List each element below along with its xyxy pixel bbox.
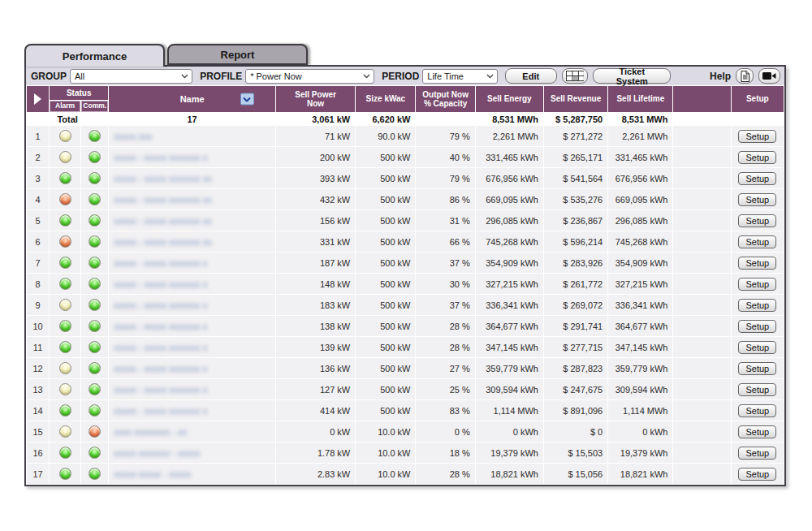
setup-button[interactable]: Setup (738, 425, 776, 438)
sell-revenue-cell: $ 596,214 (544, 231, 607, 252)
site-name-link[interactable]: xxxxx xxx (114, 132, 152, 141)
sell-energy-cell: 327,215 kWh (476, 274, 543, 294)
size-cell: 500 kW (356, 210, 415, 231)
profile-select[interactable]: * Power Now (245, 69, 374, 84)
site-name-cell: xxxxx - xxxxx xxxxxxx xx (109, 210, 275, 231)
site-name-cell: xxxxx - xxxxx xxxxxxx x (109, 337, 275, 357)
total-sell-revenue: $ 5,287,750 (544, 113, 607, 125)
row-number: 11 (27, 337, 49, 357)
chevron-down-icon (363, 74, 370, 79)
alarm-led-green (59, 214, 71, 227)
alarm-led-green (59, 172, 71, 184)
comm-led-green (89, 383, 101, 395)
tab-bar: Performance Report (24, 44, 786, 65)
sell-energy-cell: 2,261 MWh (476, 126, 543, 146)
site-name-link[interactable]: xxxxx - xxxxx xxxxxxx x (114, 364, 207, 373)
tab-report[interactable]: Report (167, 44, 308, 65)
edit-button[interactable]: Edit (505, 68, 557, 84)
comm-led-green (89, 130, 101, 142)
table-row: 5xxxxx - xxxxx xxxxxxx xx156 kW500 kW31 … (27, 210, 784, 231)
site-name-cell: xxxxx - xxxxx xxxxxxx xx (109, 231, 275, 252)
sell-energy-cell: 336,341 kWh (476, 295, 543, 315)
site-name-link[interactable]: xxxxx - xxxxx xxxxxxx x (114, 406, 207, 416)
setup-button[interactable]: Setup (738, 172, 776, 185)
period-select[interactable]: Life Time (422, 69, 498, 84)
output-cell: 28 % (416, 337, 474, 357)
sell-power-cell: 127 kW (276, 379, 355, 399)
site-name-link[interactable]: xxxxx - xxxxx xxxxxxx x (114, 343, 207, 352)
alarm-status-cell (50, 168, 80, 188)
alarm-status-cell (50, 316, 80, 336)
setup-button[interactable]: Setup (738, 447, 776, 460)
size-cell: 10.0 kW (356, 442, 415, 463)
site-name-link[interactable]: xxxxx - xxxxx xxxxxxx xx (114, 216, 211, 226)
site-name-link[interactable]: xxxxx - xxxxx xxxxxxx x (114, 322, 207, 331)
sell-power-cell: 183 kW (276, 295, 355, 315)
comm-led-green (89, 320, 101, 332)
sell-revenue-header[interactable]: Sell Revenue (544, 86, 607, 112)
name-header[interactable]: Name (109, 86, 275, 112)
size-header[interactable]: Size kWac (356, 86, 415, 112)
site-name-link[interactable]: xxxx xxxxxxxx - xx (114, 427, 187, 437)
setup-button[interactable]: Setup (738, 299, 776, 312)
site-name-link[interactable]: xxxxx - xxxxx xxxxxxx x (114, 153, 207, 162)
size-cell: 500 kW (356, 400, 415, 421)
sell-lifetime-cell: 309,594 kWh (608, 379, 672, 399)
setup-button[interactable]: Setup (738, 341, 776, 354)
comm-led-green (89, 257, 101, 269)
site-name-link[interactable]: xxxxx - xxxxx xxxxxxx xx (114, 174, 211, 183)
site-name-link[interactable]: xxxxx xxxxxxx - xxxxx (114, 448, 200, 458)
grid-view-button[interactable] (562, 68, 589, 84)
help-document-button[interactable] (736, 68, 754, 84)
table-row: 10xxxxx - xxxxx xxxxxxx x138 kW500 kW28 … (27, 316, 784, 336)
group-select-value: All (75, 71, 84, 81)
row-number: 1 (27, 126, 49, 146)
setup-button[interactable]: Setup (738, 214, 776, 227)
ticket-system-button[interactable]: Ticket System (593, 68, 671, 84)
help-video-button[interactable] (758, 68, 780, 84)
alarm-status-cell (50, 295, 80, 315)
setup-cell: Setup (732, 126, 784, 146)
site-name-link[interactable]: xxxxx - xxxxx xxxxxxx x (114, 258, 207, 268)
tab-performance[interactable]: Performance (24, 44, 165, 67)
setup-button[interactable]: Setup (738, 320, 776, 333)
setup-button[interactable]: Setup (738, 468, 776, 481)
setup-button[interactable]: Setup (738, 151, 776, 164)
row-number: 2 (27, 147, 49, 167)
row-number: 15 (27, 421, 49, 442)
sell-power-header[interactable]: Sell Power Now (276, 86, 355, 112)
sell-energy-header[interactable]: Sell Energy (476, 86, 543, 112)
total-sell-power: 3,061 kW (276, 113, 355, 125)
comm-status-cell (81, 295, 108, 315)
site-name-link[interactable]: xxxxx - xxxxx xxxxxxx x (114, 279, 207, 289)
setup-cell: Setup (732, 147, 784, 167)
name-sort-button[interactable] (240, 93, 254, 106)
site-name-link[interactable]: xxxxx xxxxx - xxxxx (114, 469, 191, 479)
group-select[interactable]: All (70, 69, 192, 84)
site-name-cell: xxxxx - xxxxx xxxxxxx x (109, 253, 275, 273)
setup-button[interactable]: Setup (738, 235, 776, 248)
sell-lifetime-header[interactable]: Sell Lifetime (608, 86, 672, 112)
setup-button[interactable]: Setup (738, 193, 776, 206)
setup-button[interactable]: Setup (738, 362, 776, 375)
site-name-link[interactable]: xxxxx - xxxxx xxxxxxx x (114, 385, 207, 395)
site-name-cell: xxxxx - xxxxx xxxxxxx x (109, 274, 275, 294)
status-header[interactable]: Status (50, 86, 108, 100)
period-select-value: Life Time (427, 71, 464, 81)
output-header[interactable]: Output Now % Capacity (416, 86, 474, 112)
setup-button[interactable]: Setup (738, 383, 776, 396)
setup-button[interactable]: Setup (738, 404, 776, 417)
setup-button[interactable]: Setup (738, 257, 776, 270)
sell-revenue-cell: $ 541,564 (544, 168, 607, 188)
table-row: 16xxxxx xxxxxxx - xxxxx1.78 kW10.0 kW18 … (27, 442, 784, 463)
site-name-link[interactable]: xxxxx - xxxxx xxxxxxx x (114, 300, 207, 310)
output-cell: 37 % (416, 295, 474, 315)
site-name-link[interactable]: xxxxx - xxxxx xxxxxxx xx (114, 237, 211, 247)
sell-power-cell: 414 kW (276, 400, 355, 421)
setup-button[interactable]: Setup (738, 130, 776, 143)
setup-button[interactable]: Setup (738, 278, 776, 291)
size-cell: 500 kW (356, 168, 415, 188)
alarm-led-orange (59, 193, 71, 205)
site-name-link[interactable]: xxxxx - xxxxx xxxxxxx xx (114, 195, 211, 205)
table-row: 6xxxxx - xxxxx xxxxxxx xx331 kW500 kW66 … (27, 231, 784, 252)
